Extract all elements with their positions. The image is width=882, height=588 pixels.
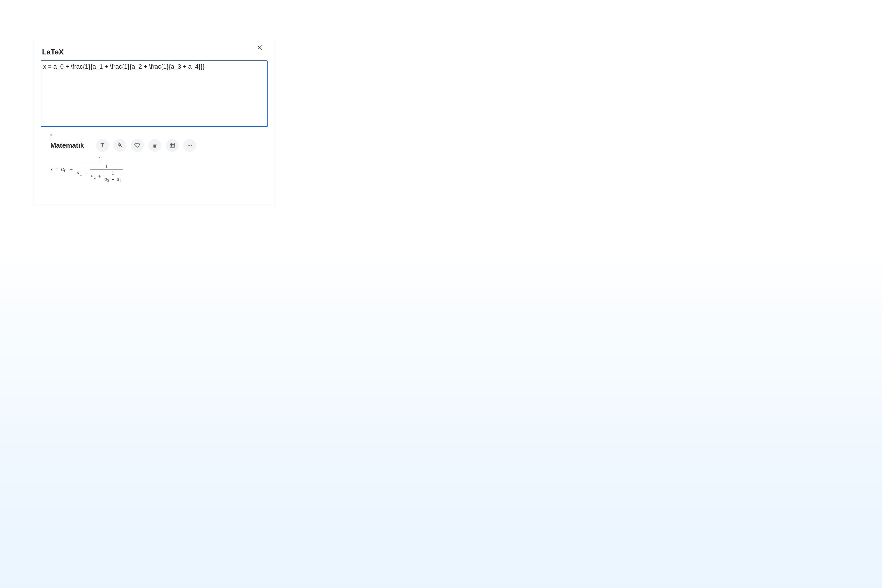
frac-level-2: 1 a3 + a4 xyxy=(104,170,122,183)
math-plus-1: + xyxy=(84,170,88,176)
frac-level-1: 1 a2 + 1 xyxy=(90,163,123,183)
drag-handle[interactable] xyxy=(50,134,52,136)
frac-level-0: 1 a1 + 1 a2 xyxy=(76,156,124,183)
preview-label: Matematik xyxy=(50,141,84,149)
grid-icon xyxy=(169,142,176,149)
latex-dialog: LaTeX Matematik xyxy=(34,34,274,206)
grid-button[interactable] xyxy=(166,139,179,152)
num-2: 1 xyxy=(111,170,115,176)
math-a0-a: a xyxy=(61,165,64,172)
math-a1-a: a xyxy=(77,169,80,175)
math-plus-2: + xyxy=(98,174,102,179)
svg-rect-3 xyxy=(170,143,174,147)
favorite-button[interactable] xyxy=(131,139,144,152)
math-a3-sub: 3 xyxy=(107,178,109,183)
delete-button[interactable] xyxy=(148,139,161,152)
rendered-equation: x = a0 + 1 a1 + 1 xyxy=(50,156,268,183)
math-a3-a: a xyxy=(105,176,107,182)
heart-icon xyxy=(134,142,141,149)
math-a4-a: a xyxy=(117,176,119,182)
math-plus-0: + xyxy=(69,166,74,173)
svg-point-2 xyxy=(121,146,122,147)
math-plus-3: + xyxy=(111,177,115,182)
fill-button[interactable] xyxy=(114,139,126,152)
num-1: 1 xyxy=(104,163,109,170)
fill-icon xyxy=(117,142,123,149)
num-0: 1 xyxy=(98,156,102,163)
math-a4-sub: 4 xyxy=(119,178,121,183)
text-style-button[interactable] xyxy=(96,139,109,152)
more-button[interactable] xyxy=(183,139,196,152)
math-a0-sub: 0 xyxy=(64,168,66,173)
math-eq: = xyxy=(56,166,59,173)
close-button[interactable] xyxy=(255,43,265,53)
more-icon xyxy=(186,142,193,149)
close-icon xyxy=(257,45,263,51)
math-x: x xyxy=(50,166,53,173)
svg-point-9 xyxy=(189,144,190,146)
dialog-title: LaTeX xyxy=(42,48,268,56)
math-a1-sub: 1 xyxy=(80,172,82,177)
svg-point-8 xyxy=(188,144,189,146)
latex-input[interactable] xyxy=(40,60,268,127)
toolbar xyxy=(96,139,196,152)
preview-header: Matematik xyxy=(50,139,268,152)
app-viewport: LaTeX Matematik xyxy=(0,0,308,206)
math-a2-a: a xyxy=(91,173,93,178)
type-icon xyxy=(99,142,106,149)
trash-icon xyxy=(152,142,158,149)
svg-point-10 xyxy=(190,144,192,146)
math-a2-sub: 2 xyxy=(93,175,96,180)
